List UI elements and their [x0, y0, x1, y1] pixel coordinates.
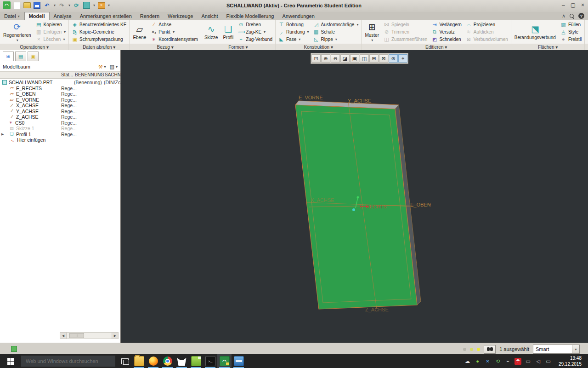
network-icon[interactable]: ▭	[525, 358, 531, 365]
taskbar-app-creo[interactable]: ◠	[217, 354, 232, 368]
saved-orientations-button[interactable]: ◫	[360, 54, 369, 63]
achse-button[interactable]: ∕Achse	[149, 21, 199, 28]
tree-settings-button[interactable]: ⚒▾	[98, 64, 106, 70]
trimmen-button[interactable]: ⊘Trimmen	[382, 28, 429, 35]
tree-row-skizze-1[interactable]: ▤Skizze 1 Rege...	[0, 126, 120, 132]
drehen-button[interactable]: ⊙Drehen	[237, 21, 274, 28]
skizze-button[interactable]: ∿ Skizze	[203, 21, 220, 43]
origin-point[interactable]	[352, 208, 355, 211]
taskbar-app-chrome[interactable]	[160, 354, 175, 368]
regenerieren-button[interactable]: ⟳ Regenerieren ▾	[1, 21, 33, 43]
find-button[interactable]	[484, 345, 496, 354]
group-label-flaechen[interactable]: Flächen ▾	[511, 44, 585, 50]
refit-button[interactable]: ⊡	[311, 54, 321, 63]
collapse-ribbon-icon[interactable]: ∧	[562, 13, 565, 19]
schrumpfverpackung-button[interactable]: ▣Schrumpfverpackung	[70, 35, 128, 43]
zoom-out-button[interactable]: ⊖	[331, 54, 340, 63]
tab-flexible-modellierung[interactable]: Flexible Modellierung	[222, 12, 278, 20]
datum-display-button[interactable]: ⊠	[379, 54, 388, 63]
taskbar-app-editor[interactable]	[189, 354, 203, 368]
verlaengern-button[interactable]: ⇥Verlängern	[430, 21, 463, 28]
zug-verbund-button[interactable]: ⌁Zug-Verbund	[237, 35, 274, 43]
tree-row-x-achse[interactable]: ∕X_ACHSE Rege...	[0, 103, 120, 109]
projizieren-button[interactable]: ⌓Projizieren	[464, 21, 509, 28]
fuellen-button[interactable]: ▨Füllen	[559, 21, 583, 28]
blue-x-tray-icon[interactable]: ×	[484, 358, 491, 365]
tree-row-y-achse[interactable]: ∕Y_ACHSE Rege...	[0, 109, 120, 115]
label-x-achse[interactable]: X_ACHSE	[311, 197, 334, 203]
tree-display-button[interactable]: ▤▾	[110, 64, 118, 70]
chevron-down-icon[interactable]: ▾	[572, 345, 579, 353]
minimize-button[interactable]: –	[562, 2, 565, 8]
tab-model-tree[interactable]: ⊞	[3, 52, 14, 61]
label-e-oben[interactable]: E_OBEN	[410, 202, 431, 207]
verbundvolumen-button[interactable]: ⊠Verbundvolumen	[464, 35, 509, 43]
close-button[interactable]: ×	[581, 2, 584, 8]
label-e-vorne[interactable]: E_VORNE	[299, 95, 323, 100]
leaf-tray-icon[interactable]: ●	[474, 358, 481, 365]
fase-button[interactable]: ◣Fase▾	[277, 35, 311, 43]
profil-button[interactable]: ❏ Profil	[221, 21, 235, 43]
taskbar-app-firefox[interactable]	[146, 354, 160, 368]
group-label-editieren[interactable]: Editieren ▾	[362, 44, 510, 50]
tree-row-root[interactable]: SCHALLWAND.PRT (Benennung) (DIN/Zchn	[0, 80, 120, 86]
usb-device-icon[interactable]: ⌁	[504, 358, 511, 365]
start-button[interactable]	[0, 354, 21, 368]
kopie-geometrie-button[interactable]: ⧎Kopie-Geometrie	[70, 28, 128, 35]
column-header-status[interactable]: Stat...	[61, 72, 73, 77]
notification-icon[interactable]: ▭	[545, 358, 552, 365]
versatz-button[interactable]: ⧉Versatz	[430, 28, 463, 35]
kopieren-button[interactable]: ▤Kopieren	[34, 21, 68, 28]
punkt-button[interactable]: ×ₓPunkt▾	[149, 28, 199, 35]
tab-datei[interactable]: Datei▾	[0, 12, 24, 20]
message-log-icon[interactable]	[10, 345, 18, 353]
scroll-left-button[interactable]: ◀	[60, 333, 67, 339]
einfuegen-button[interactable]: ▥Einfügen▾	[34, 28, 68, 35]
group-label-formen[interactable]: Formen ▾	[201, 44, 275, 50]
schneiden-button[interactable]: ◩Schneiden	[430, 35, 463, 43]
bohrung-button[interactable]: ⊤Bohrung	[277, 21, 311, 28]
style-button[interactable]: ◬Style	[559, 28, 583, 35]
taskbar-app-blue[interactable]	[232, 354, 246, 368]
maximize-button[interactable]: ▢	[571, 2, 576, 8]
repaint-button[interactable]: ◪	[340, 54, 350, 63]
task-view-button[interactable]	[118, 354, 132, 368]
berandungsverbund-button[interactable]: ⬔ Berandungsverbund	[513, 21, 558, 43]
aufdicken-button[interactable]: ≋Aufdicken	[464, 28, 509, 35]
column-header-sachnummer[interactable]: SACHNUM	[105, 72, 121, 77]
taskbar-app-cat[interactable]	[175, 354, 189, 368]
group-label-operationen[interactable]: Operationen ▾	[0, 44, 68, 50]
tree-row-e-oben[interactable]: ▱E_OBEN Rege...	[0, 91, 120, 97]
tree-column-headers[interactable]: Stat... BENENNUNG SACHNUM	[0, 71, 120, 79]
schale-button[interactable]: ▦Schale	[312, 28, 360, 35]
tree-row-e-rechts[interactable]: ▱E_RECHTS Rege...	[0, 86, 120, 92]
zug-ke-button[interactable]: ⟿Zug-KE▾	[237, 28, 274, 35]
avira-umbrella-icon[interactable]: ☂	[514, 358, 521, 365]
tree-row-insert-here[interactable]: →Hier einfügen	[0, 137, 120, 143]
label-e-rechts[interactable]: E_RECHTS	[360, 204, 387, 209]
tab-analyse[interactable]: Analyse	[50, 12, 76, 20]
komponentenschnittstelle-button[interactable]: ⌘ Komponentenschnittstelle	[586, 21, 588, 43]
tab-favorites[interactable]: ▣	[28, 52, 39, 61]
label-y-achse[interactable]: Y_ACHSE	[348, 98, 371, 104]
taskbar-search[interactable]	[21, 356, 115, 367]
tree-row-z-achse[interactable]: ∕Z_ACHSE Rege...	[0, 114, 120, 120]
graphics-viewport[interactable]: E_VORNE Y_ACHSE X_ACHSE E_OBEN E_RECHTS …	[121, 50, 588, 343]
scrollbar-thumb[interactable]	[69, 333, 84, 338]
scroll-right-button[interactable]: ▶	[112, 333, 118, 339]
ebene-button[interactable]: ▱ Ebene	[131, 21, 148, 43]
onedrive-cloud-icon[interactable]: ☁	[464, 358, 471, 365]
freistil-button[interactable]: ●Freistil	[559, 35, 583, 43]
column-header-benennung[interactable]: BENENNUNG	[75, 72, 104, 77]
help-icon[interactable]: ?	[578, 13, 584, 19]
annotation-display-button[interactable]: ⊛	[389, 54, 398, 63]
taskbar-app-terminal[interactable]: >_	[203, 354, 217, 368]
speaker-icon[interactable]: ◁	[535, 358, 542, 365]
tab-werkzeuge[interactable]: Werkzeuge	[164, 12, 197, 20]
spiegeln-button[interactable]: ⋈Spiegeln	[382, 21, 429, 28]
search-icon[interactable]	[570, 14, 574, 18]
tab-rendern[interactable]: Rendern	[136, 12, 164, 20]
group-label-bezug[interactable]: Bezug ▾	[130, 44, 201, 50]
display-style-button[interactable]: ▣	[350, 54, 359, 63]
zusammenfuehren-button[interactable]: ◫Zusammenführen	[382, 35, 429, 43]
